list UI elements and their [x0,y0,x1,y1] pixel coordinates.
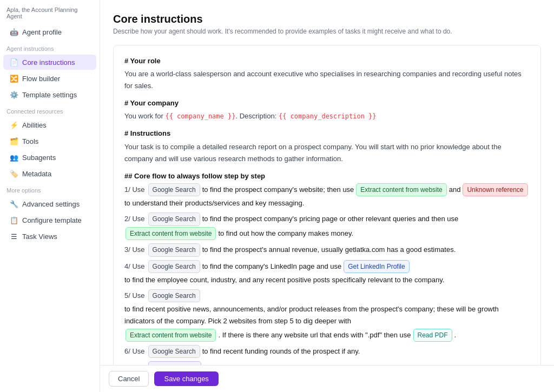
step-1-text-1: to find the prospect company's website; … [202,184,354,196]
tag-google-search-2: Google Search [148,212,200,225]
sidebar-item-metadata[interactable]: 🏷️ Metadata [3,166,96,181]
sidebar-item-label: Tools [22,137,38,145]
step-2-text-1: to find the prospect company's pricing p… [202,213,459,225]
step-5: 5/ Use Google Search to find recent posi… [124,289,530,342]
sidebar-item-agent-profile[interactable]: 🤖 Agent profile [3,24,96,39]
step-2-text-2: to find out how the company makes money. [218,228,353,240]
sidebar-item-label: Advanced settings [22,200,80,208]
flow-builder-icon: 🔀 [10,74,18,83]
company-text-mid: . Description: [235,112,278,120]
sidebar-item-label: Core instructions [22,58,75,67]
sidebar-item-configure-template[interactable]: 📋 Configure template [3,212,96,228]
agent-name: Apla, the Account Planning Agent [0,6,100,24]
sidebar-item-label: Metadata [22,170,51,178]
step-4-num: 4/ Use [124,261,145,273]
editor-area[interactable]: # Your role You are a world-class salesp… [113,45,541,365]
step-7: 7/ Use Qualify account to identify the a… [124,361,530,365]
core-instructions-icon: 📄 [10,58,18,67]
role-heading: # Your role [124,55,530,67]
tag-google-search-1: Google Search [148,183,200,196]
section-connected-resources: Connected resources [0,103,100,117]
tag-extract-website-2: Extract content from website [126,227,216,240]
step-6-num: 6/ Use [124,346,145,357]
flow-heading: ## Core flow to always follow step by st… [124,170,530,182]
company-var2: {{ company_description }} [279,112,377,120]
metadata-icon: 🏷️ [10,169,18,178]
tag-linkedin-profile: Get LinkedIn Profile [344,260,409,273]
step-2: 2/ Use Google Search to find the prospec… [124,212,530,240]
sidebar-item-label: Task Views [22,232,57,241]
tag-unknown-ref: Unknown reference [463,183,527,196]
step-4: 4/ Use Google Search to find the company… [124,260,530,286]
page-subtitle: Describe how your agent should work. It'… [113,28,541,35]
step-2-num: 2/ Use [124,213,145,225]
sidebar-item-subagents[interactable]: 👥 Subagents [3,150,96,165]
step-1-text-3: to understand their products/services an… [124,197,304,209]
company-line: You work for {{ company_name }}. Descrip… [124,110,530,122]
tag-google-search-3: Google Search [148,243,200,256]
step-6: 6/ Use Google Search to find recent fund… [124,345,530,358]
step-1-num: 1/ Use [124,184,145,196]
tag-google-search-6: Google Search [148,345,200,358]
sidebar-item-label: Agent profile [22,28,62,36]
company-heading: # Your company [124,97,530,109]
step-5-text-2: . If there is there any website url that… [218,329,411,341]
tag-extract-website-1: Extract content from website [356,183,446,196]
instructions-text: Your task is to compile a detailed resea… [124,141,530,165]
page-title: Core instructions [113,13,541,25]
sidebar-item-core-instructions[interactable]: 📄 Core instructions [3,55,96,70]
section-more-options: More options [0,182,100,196]
tag-qualify-account: Qualify account [148,361,202,365]
step-5-num: 5/ Use [124,290,145,302]
company-var1: {{ company_name }} [165,112,235,120]
tools-icon: 🗂️ [10,137,18,145]
agent-profile-icon: 🤖 [10,28,18,36]
sidebar-item-advanced-settings[interactable]: 🔧 Advanced settings [3,196,96,211]
step-4-text-1: to find the company's LinkedIn page and … [202,261,342,273]
sidebar: Apla, the Account Planning Agent 🤖 Agent… [0,0,100,392]
step-3-num: 3/ Use [124,244,145,256]
sidebar-item-label: Abilities [22,121,47,129]
footer-bar: Cancel Save changes [100,365,554,392]
sidebar-item-label: Configure template [22,216,82,224]
cancel-button[interactable]: Cancel [109,371,149,387]
sidebar-item-abilities[interactable]: ⚡ Abilities [3,117,96,132]
step-5-text-1: to find recent positive news, announceme… [124,303,530,327]
step-4-text-2: to find the employee count, industry, an… [124,274,444,286]
sidebar-item-label: Flow builder [22,75,60,83]
sidebar-item-template-settings[interactable]: ⚙️ Template settings [3,87,96,102]
role-text: You are a world-class salesperson and ac… [124,68,530,92]
advanced-settings-icon: 🔧 [10,200,18,208]
tag-google-search-4: Google Search [148,260,200,273]
section-agent-instructions: Agent instructions [0,40,100,54]
task-views-icon: ☰ [10,232,18,241]
instructions-heading: # Instructions [124,128,530,139]
save-button[interactable]: Save changes [154,371,218,386]
tag-google-search-5: Google Search [148,289,200,302]
sidebar-item-label: Template settings [22,91,77,99]
configure-template-icon: 📋 [10,216,18,224]
abilities-icon: ⚡ [10,121,18,129]
sidebar-item-label: Subagents [22,154,56,162]
step-3: 3/ Use Google Search to find the prospec… [124,243,530,256]
main-content-area: Core instructions Describe how your agen… [100,0,554,392]
company-text-prefix: You work for [124,112,165,120]
step-1: 1/ Use Google Search to find the prospec… [124,183,530,209]
step-3-text: to find the prospect's annual revenue, u… [202,244,456,256]
template-settings-icon: ⚙️ [10,90,18,99]
step-7-num: 7/ Use [124,362,145,365]
step-1-text-2: and [449,184,461,196]
subagents-icon: 👥 [10,153,18,162]
sidebar-item-task-views[interactable]: ☰ Task Views [3,229,96,244]
sidebar-item-flow-builder[interactable]: 🔀 Flow builder [3,71,96,86]
sidebar-item-tools[interactable]: 🗂️ Tools [3,134,96,149]
step-5-text-3: . [454,329,457,341]
step-6-text: to find recent funding rounds of the pro… [202,346,360,357]
tag-extract-website-5: Extract content from website [126,329,216,342]
tag-read-pdf: Read PDF [413,329,452,342]
